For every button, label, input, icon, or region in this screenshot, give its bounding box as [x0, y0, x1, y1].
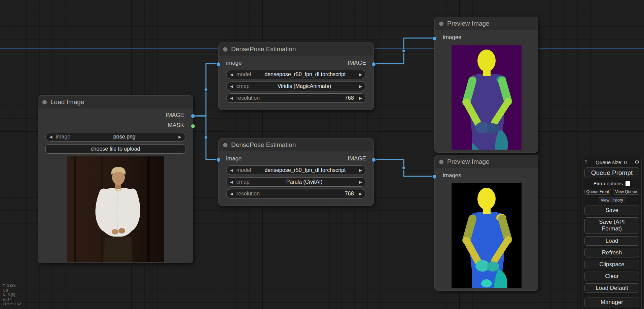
increment-arrow-icon[interactable]: ▶	[359, 96, 362, 100]
comfy-menu-panel: ⠿ Queue size: 0 ⚙ Queue Prompt Extra opt…	[582, 157, 642, 309]
prev-arrow-icon[interactable]: ◀	[49, 135, 52, 139]
node-densepose-top[interactable]: DensePose Estimation image IMAGE ◀ model…	[218, 42, 374, 110]
model-widget[interactable]: ◀ model densepose_r50_fpn_dl.torchscript…	[226, 165, 366, 175]
input-slot-images[interactable]	[432, 36, 437, 41]
view-history-button[interactable]: View History	[598, 197, 626, 203]
save-button[interactable]: Save	[584, 206, 639, 215]
prev-arrow-icon[interactable]: ◀	[230, 168, 233, 172]
node-preview-bottom[interactable]: Preview Image images	[434, 155, 538, 291]
prev-arrow-icon[interactable]: ◀	[230, 73, 233, 76]
densepose-parula-drawing	[452, 183, 522, 288]
densepose-parula-result	[452, 183, 522, 288]
decrement-arrow-icon[interactable]: ◀	[230, 192, 233, 196]
cmap-widget[interactable]: ◀ cmap Viridis (MagicAnimate) ▶	[226, 82, 366, 91]
output-slot-mask[interactable]	[191, 124, 195, 128]
choose-file-button[interactable]: choose file to upload	[45, 144, 185, 154]
history-button-row: View History	[584, 197, 639, 203]
densepose-viridis-drawing	[452, 45, 522, 150]
next-arrow-icon[interactable]: ▶	[359, 85, 362, 88]
input-slot-label-image: image	[226, 60, 242, 66]
node-title-bar[interactable]: Preview Image	[435, 17, 538, 30]
node-title-bar[interactable]: DensePose Estimation	[219, 138, 373, 151]
resolution-widget[interactable]: ◀ resolution 768 ▶	[226, 93, 366, 103]
cmap-widget[interactable]: ◀ cmap Parula (CivitAI) ▶	[226, 177, 366, 187]
model-widget[interactable]: ◀ model densepose_r50_fpn_dl.torchscript…	[226, 70, 366, 79]
node-title-text: Preview Image	[447, 20, 490, 27]
node-status-dot	[223, 47, 227, 52]
link-midpoint-dot	[402, 49, 405, 53]
queue-prompt-button[interactable]: Queue Prompt	[584, 167, 639, 178]
extra-options-row: Extra options	[584, 181, 639, 186]
save-api-format-button[interactable]: Save (API Format)	[584, 217, 639, 234]
stat-version: V: 34	[3, 298, 21, 302]
node-title-text: DensePose Estimation	[231, 141, 296, 149]
input-slot-images[interactable]	[432, 175, 437, 179]
node-title-text: Load Image	[50, 98, 84, 106]
input-slot-label-image: image	[226, 155, 242, 162]
clear-button[interactable]: Clear	[584, 272, 639, 281]
next-arrow-icon[interactable]: ▶	[359, 73, 362, 76]
image-file-widget[interactable]: ◀ image pose.png ▶	[45, 132, 185, 142]
node-title-bar[interactable]: DensePose Estimation	[219, 43, 373, 56]
link-midpoint-dot	[402, 166, 405, 169]
queue-buttons-row: Queue Front View Queue	[584, 189, 639, 195]
output-slot-label-image: IMAGE	[348, 155, 366, 162]
node-status-dot	[439, 160, 443, 164]
node-title-text: Preview Image	[447, 158, 490, 165]
widget-value: densepose_r50_fpn_dl.torchscript	[251, 167, 359, 173]
input-slot-label-images: images	[443, 34, 461, 41]
decrement-arrow-icon[interactable]: ◀	[230, 96, 233, 100]
load-default-button[interactable]: Load Default	[584, 283, 639, 293]
settings-gear-icon[interactable]: ⚙	[635, 159, 639, 165]
prev-arrow-icon[interactable]: ◀	[230, 85, 233, 88]
menu-drag-handle-icon[interactable]: ⠿	[584, 160, 588, 165]
widget-label: image	[56, 134, 70, 140]
output-slot-image[interactable]	[371, 62, 376, 66]
link-midpoint-dot	[204, 136, 208, 139]
manager-button[interactable]: Manager	[584, 298, 639, 307]
next-arrow-icon[interactable]: ▶	[359, 180, 362, 184]
node-load-image[interactable]: Load Image IMAGE MASK ◀ image pose.png ▶…	[38, 95, 193, 263]
widget-label: resolution	[236, 95, 259, 101]
widget-value: Viridis (MagicAnimate)	[250, 83, 359, 89]
widget-label: model	[236, 71, 251, 78]
canvas-stats: T: 0.00s I: 0 N: 5 [5] V: 34 FPS:59.52	[3, 284, 21, 307]
resolution-widget[interactable]: ◀ resolution 768 ▶	[226, 189, 366, 198]
output-slot-image[interactable]	[191, 114, 195, 118]
extra-options-checkbox[interactable]	[625, 181, 630, 186]
refresh-button[interactable]: Refresh	[584, 248, 639, 257]
node-title-bar[interactable]: Load Image	[38, 96, 193, 109]
increment-arrow-icon[interactable]: ▶	[359, 192, 362, 196]
node-status-dot	[439, 22, 443, 26]
node-title-bar[interactable]: Preview Image	[435, 155, 538, 168]
widget-value: 768	[260, 191, 359, 197]
menu-header: ⠿ Queue size: 0 ⚙	[584, 159, 639, 165]
widget-value: 768	[260, 95, 359, 101]
node-densepose-bottom[interactable]: DensePose Estimation image IMAGE ◀ model…	[218, 138, 374, 206]
densepose-viridis-result	[452, 45, 522, 150]
link-midpoint-dot	[204, 88, 208, 91]
output-slot-label-image: IMAGE	[166, 112, 184, 119]
input-slot-image[interactable]	[216, 158, 221, 162]
view-queue-button[interactable]: View Queue	[613, 189, 640, 195]
stat-fps: FPS:59.52	[3, 302, 21, 307]
node-preview-top[interactable]: Preview Image images	[434, 17, 538, 153]
node-status-dot	[223, 143, 227, 147]
stat-nodes: N: 5 [5]	[3, 293, 21, 298]
output-slot-image[interactable]	[371, 158, 376, 162]
node-title-text: DensePose Estimation	[231, 45, 296, 53]
stat-iterations: I: 0	[3, 288, 21, 293]
prev-arrow-icon[interactable]: ◀	[230, 180, 233, 184]
widget-label: cmap	[236, 83, 249, 89]
widget-value: densepose_r50_fpn_dl.torchscript	[251, 71, 359, 78]
load-button[interactable]: Load	[584, 236, 639, 246]
widget-value: pose.png	[70, 134, 178, 140]
queue-front-button[interactable]: Queue Front	[584, 189, 611, 195]
widget-label: cmap	[236, 179, 249, 185]
next-arrow-icon[interactable]: ▶	[359, 168, 362, 172]
next-arrow-icon[interactable]: ▶	[179, 135, 181, 139]
stat-time: T: 0.00s	[3, 284, 21, 288]
input-slot-image[interactable]	[216, 62, 221, 66]
extra-options-label: Extra options	[594, 181, 623, 186]
clipspace-button[interactable]: Clipspace	[584, 260, 639, 269]
